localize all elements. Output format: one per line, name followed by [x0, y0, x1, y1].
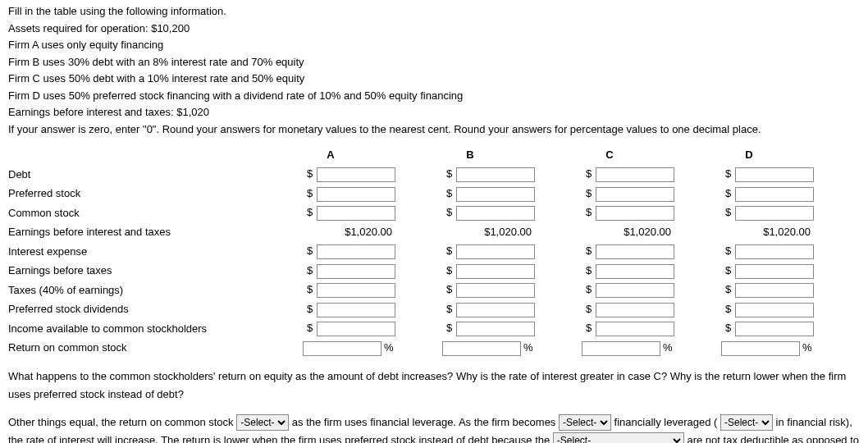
table-row: Interest expense $ $ $ $	[8, 242, 819, 262]
ebit-value-b: $1,020.00	[441, 224, 535, 240]
debt-input-b[interactable]	[456, 167, 535, 182]
roe-input-a[interactable]	[303, 341, 381, 356]
tax-input-c[interactable]	[596, 283, 674, 298]
percent-symbol: %	[521, 340, 535, 356]
ebt-input-c[interactable]	[596, 264, 674, 279]
table-row: Income available to common stockholders …	[8, 319, 819, 339]
currency-symbol: $	[307, 263, 317, 279]
percent-symbol: %	[660, 340, 674, 356]
intro-line: Fill in the table using the following in…	[8, 3, 860, 20]
ebt-input-d[interactable]	[735, 264, 814, 279]
iexp-input-a[interactable]	[317, 244, 395, 259]
table-row: Common stock $ $ $ $	[8, 203, 819, 223]
currency-symbol: $	[446, 166, 456, 182]
row-label-roe: Return on common stock	[8, 338, 261, 358]
common-input-b[interactable]	[456, 206, 535, 221]
intro-line: Earnings before interest and taxes: $1,0…	[8, 104, 860, 121]
row-label-iexp: Interest expense	[8, 242, 261, 262]
currency-symbol: $	[725, 204, 735, 221]
common-input-a[interactable]	[317, 206, 395, 221]
roe-input-c[interactable]	[582, 341, 660, 356]
common-input-d[interactable]	[735, 206, 814, 221]
row-label-ebt: Earnings before taxes	[8, 261, 261, 281]
ebt-input-b[interactable]	[456, 264, 535, 279]
table-row: Earnings before taxes $ $ $ $	[8, 261, 819, 281]
row-label-common: Common stock	[8, 203, 261, 223]
pref-input-c[interactable]	[596, 187, 674, 202]
debt-input-a[interactable]	[317, 167, 395, 182]
percent-symbol: %	[381, 340, 395, 356]
currency-symbol: $	[446, 281, 456, 298]
tax-input-d[interactable]	[735, 283, 814, 298]
intro-line: Firm D uses 50% preferred stock financin…	[8, 88, 860, 104]
currency-symbol: $	[307, 243, 317, 259]
finance-table: A B C D Debt $ $ $ $ Preferred stock $ $…	[8, 145, 819, 358]
tax-input-a[interactable]	[317, 283, 395, 298]
select-4[interactable]: -Select-	[553, 432, 684, 443]
row-label-debt: Debt	[8, 165, 261, 185]
pdiv-input-b[interactable]	[456, 303, 535, 317]
question-paragraph: What happens to the common stockholders'…	[8, 368, 860, 404]
currency-symbol: $	[446, 263, 456, 279]
currency-symbol: $	[586, 263, 596, 279]
intro-line: Firm B uses 30% debt with an 8% interest…	[8, 54, 860, 71]
currency-symbol: $	[586, 320, 596, 336]
row-label-pref: Preferred stock	[8, 184, 261, 203]
common-input-c[interactable]	[596, 206, 674, 221]
currency-symbol: $	[725, 166, 735, 182]
currency-symbol: $	[586, 301, 596, 317]
currency-symbol: $	[307, 281, 317, 298]
iexp-input-d[interactable]	[735, 244, 814, 259]
inc-input-b[interactable]	[456, 322, 535, 336]
inc-input-c[interactable]	[596, 322, 674, 336]
answer-text: financially leveraged (	[614, 416, 718, 428]
currency-symbol: $	[586, 204, 596, 221]
ebt-input-a[interactable]	[317, 264, 395, 279]
table-row: Return on common stock % % % %	[8, 338, 819, 358]
pref-input-b[interactable]	[456, 187, 535, 202]
table-row: Taxes (40% of earnings) $ $ $ $	[8, 281, 819, 300]
percent-symbol: %	[800, 340, 814, 356]
currency-symbol: $	[586, 243, 596, 259]
select-2[interactable]: -Select-	[559, 414, 611, 431]
select-3[interactable]: -Select-	[720, 414, 773, 431]
col-header-d: D	[679, 145, 819, 165]
roe-input-b[interactable]	[442, 341, 521, 356]
currency-symbol: $	[725, 263, 735, 279]
inc-input-a[interactable]	[317, 322, 395, 336]
answer-text: Other things equal, the return on common…	[8, 416, 236, 428]
pdiv-input-a[interactable]	[317, 303, 395, 317]
ebit-value-d: $1,020.00	[720, 224, 814, 240]
currency-symbol: $	[307, 166, 317, 182]
pref-input-a[interactable]	[317, 187, 395, 202]
roe-input-d[interactable]	[721, 341, 800, 356]
currency-symbol: $	[446, 320, 456, 336]
row-label-ebit: Earnings before interest and taxes	[8, 222, 261, 242]
currency-symbol: $	[446, 243, 456, 259]
currency-symbol: $	[586, 281, 596, 298]
ebit-value-c: $1,020.00	[581, 224, 674, 240]
currency-symbol: $	[725, 301, 735, 317]
iexp-input-b[interactable]	[456, 244, 535, 259]
row-label-inc: Income available to common stockholders	[8, 319, 261, 339]
select-1[interactable]: -Select-	[236, 414, 289, 431]
currency-symbol: $	[725, 185, 735, 202]
currency-symbol: $	[725, 243, 735, 259]
currency-symbol: $	[307, 185, 317, 202]
currency-symbol: $	[446, 185, 456, 202]
col-header-c: C	[540, 145, 679, 165]
iexp-input-c[interactable]	[596, 244, 674, 259]
debt-input-c[interactable]	[596, 167, 674, 182]
debt-input-d[interactable]	[735, 167, 814, 182]
currency-symbol: $	[586, 185, 596, 202]
currency-symbol: $	[725, 320, 735, 336]
pdiv-input-d[interactable]	[735, 303, 814, 317]
intro-line: Firm A uses only equity financing	[8, 37, 860, 53]
currency-symbol: $	[725, 281, 735, 298]
pref-input-d[interactable]	[735, 187, 814, 202]
pdiv-input-c[interactable]	[596, 303, 674, 317]
currency-symbol: $	[446, 204, 456, 221]
row-label-tax: Taxes (40% of earnings)	[8, 281, 261, 300]
inc-input-d[interactable]	[735, 322, 814, 336]
tax-input-b[interactable]	[456, 283, 535, 298]
